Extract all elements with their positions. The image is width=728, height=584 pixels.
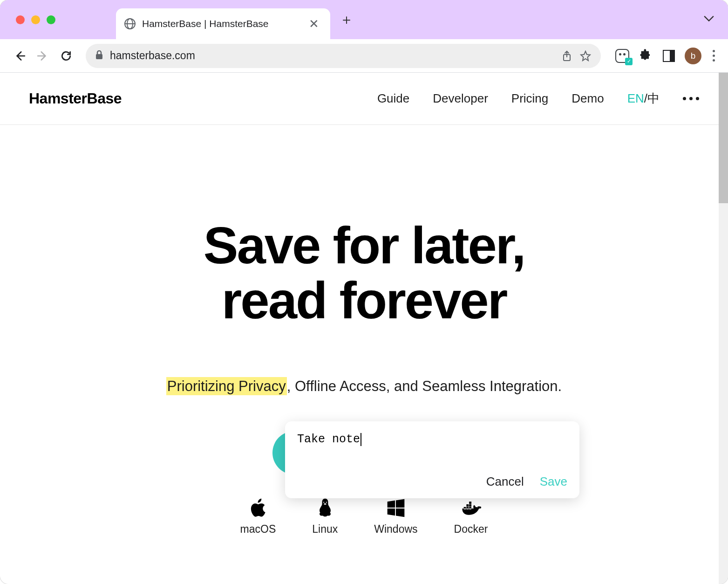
- new-tab-button[interactable]: ＋: [340, 10, 354, 29]
- back-button[interactable]: [10, 47, 29, 65]
- profile-avatar[interactable]: b: [685, 48, 701, 64]
- language-switcher[interactable]: EN/中: [627, 90, 660, 107]
- hamsterbase-extension-icon[interactable]: ✓: [615, 48, 630, 63]
- nav-demo[interactable]: Demo: [572, 91, 604, 106]
- minimize-window-button[interactable]: [31, 15, 40, 24]
- svg-rect-0: [96, 54, 102, 59]
- close-tab-button[interactable]: ✕: [307, 17, 321, 31]
- platform-linux[interactable]: Linux: [312, 498, 338, 536]
- site-header: HamsterBase Guide Developer Pricing Demo…: [0, 73, 728, 125]
- hero-headline: Save for later, read forever: [0, 218, 728, 328]
- extension-badge-icon: ✓: [625, 58, 633, 65]
- site-more-button[interactable]: [683, 97, 699, 100]
- nav-pricing[interactable]: Pricing: [511, 91, 548, 106]
- note-popup: Take note Cancel Save: [285, 421, 579, 498]
- nav-developer[interactable]: Developer: [433, 91, 488, 106]
- site-brand[interactable]: HamsterBase: [29, 90, 122, 107]
- linux-icon: [315, 498, 335, 518]
- hero-tagline: Prioritizing Privacy, Offline Access, an…: [0, 378, 728, 395]
- url-text: hamsterbase.com: [110, 49, 554, 62]
- share-icon[interactable]: [561, 50, 573, 62]
- apple-icon: [248, 498, 268, 518]
- browser-menu-button[interactable]: [710, 50, 718, 62]
- maximize-window-button[interactable]: [47, 15, 55, 24]
- platform-macos[interactable]: macOS: [240, 498, 276, 536]
- note-save-button[interactable]: Save: [540, 474, 567, 489]
- browser-titlebar: HamsterBase | HamsterBase ✕ ＋: [0, 0, 728, 39]
- highlighted-text[interactable]: Prioritizing Privacy: [166, 377, 287, 395]
- side-panel-icon[interactable]: [661, 48, 676, 63]
- page-content: HamsterBase Guide Developer Pricing Demo…: [0, 73, 728, 584]
- docker-icon: [461, 498, 481, 518]
- globe-icon: [124, 18, 136, 29]
- tab-title: HamsterBase | HamsterBase: [142, 18, 300, 29]
- address-bar[interactable]: hamsterbase.com: [86, 44, 601, 68]
- note-textarea[interactable]: Take note: [297, 433, 567, 465]
- browser-tab[interactable]: HamsterBase | HamsterBase ✕: [116, 8, 330, 39]
- tabs-dropdown-button[interactable]: [704, 15, 714, 24]
- lock-icon: [95, 50, 103, 62]
- page-scrollbar[interactable]: [719, 73, 728, 584]
- reload-button[interactable]: [57, 47, 75, 65]
- forward-button[interactable]: [34, 47, 52, 65]
- site-nav: Guide Developer Pricing Demo EN/中: [377, 90, 699, 107]
- platforms-row: macOS Linux Windows Docker: [0, 498, 728, 536]
- bookmark-star-icon[interactable]: [579, 50, 592, 62]
- scrollbar-thumb[interactable]: [719, 73, 728, 203]
- note-cancel-button[interactable]: Cancel: [486, 474, 524, 489]
- extensions-puzzle-icon[interactable]: [638, 48, 653, 63]
- window-controls: [16, 15, 55, 24]
- platform-windows[interactable]: Windows: [374, 498, 417, 536]
- close-window-button[interactable]: [16, 15, 25, 24]
- windows-icon: [386, 498, 406, 518]
- nav-guide[interactable]: Guide: [377, 91, 409, 106]
- platform-docker[interactable]: Docker: [454, 498, 488, 536]
- browser-toolbar: hamsterbase.com ✓ b: [0, 39, 728, 73]
